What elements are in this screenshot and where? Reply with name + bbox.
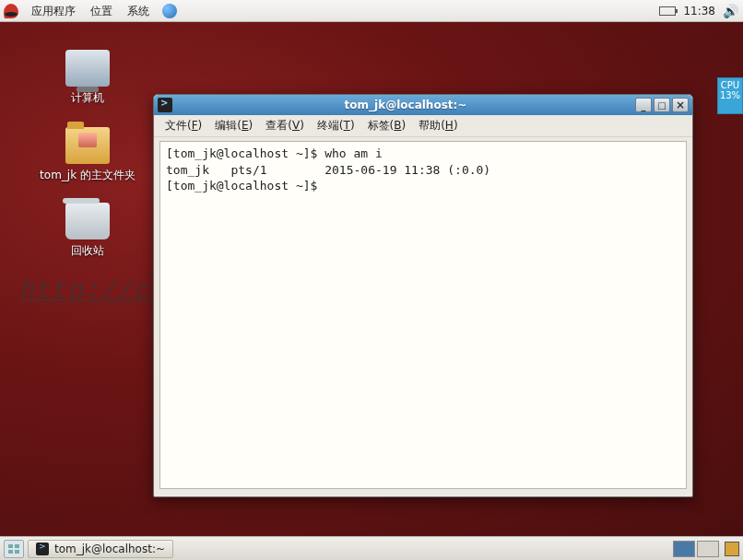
terminal-output[interactable]: [tom_jk@localhost ~]$ who am i tom_jk pt… — [159, 141, 687, 489]
window-titlebar[interactable]: tom_jk@localhost:~ _ □ × — [154, 95, 692, 115]
menu-edit[interactable]: 编辑(E) — [209, 116, 258, 135]
desktop-icon-home[interactable]: tom_jk 的主文件夹 — [37, 127, 138, 183]
top-panel: 应用程序 位置 系统 11:38 🔊 — [0, 0, 743, 22]
cpu-label: CPU — [718, 80, 742, 90]
computer-icon — [65, 50, 110, 87]
clock[interactable]: 11:38 — [683, 5, 715, 18]
system-tray: 11:38 🔊 — [659, 4, 743, 18]
distro-logo-icon[interactable] — [4, 4, 18, 18]
desktop-icon-label: 计算机 — [37, 90, 138, 106]
workspace-pager — [673, 541, 719, 557]
desktop-icon-computer[interactable]: 计算机 — [37, 50, 138, 106]
svg-rect-1 — [15, 544, 19, 548]
menu-applications[interactable]: 应用程序 — [24, 0, 83, 22]
bottom-panel: tom_jk@localhost:~ — [0, 536, 743, 560]
terminal-window: tom_jk@localhost:~ _ □ × 文件(F) 编辑(E) 查看(… — [153, 94, 693, 497]
terminal-line: [tom_jk@localhost ~]$ — [166, 179, 324, 192]
window-title: tom_jk@localhost:~ — [178, 99, 633, 111]
desktop-icon-trash[interactable]: 回收站 — [37, 203, 138, 259]
close-button[interactable]: × — [672, 98, 689, 112]
menu-tabs[interactable]: 标签(B) — [362, 116, 412, 135]
menu-terminal[interactable]: 终端(T) — [312, 116, 360, 135]
cpu-value: 13% — [718, 90, 742, 100]
svg-rect-0 — [8, 544, 13, 548]
taskbar-item-terminal[interactable]: tom_jk@localhost:~ — [28, 540, 173, 558]
svg-rect-2 — [8, 550, 13, 554]
home-folder-icon — [65, 127, 110, 164]
browser-launcher-icon[interactable] — [162, 4, 177, 18]
menu-places[interactable]: 位置 — [83, 0, 120, 22]
desktop[interactable]: 计算机 tom_jk 的主文件夹 回收站 http://chinak.blog.… — [0, 22, 743, 536]
menu-system[interactable]: 系统 — [120, 0, 157, 22]
workspace-2[interactable] — [697, 541, 719, 557]
trash-applet-icon[interactable] — [725, 542, 739, 556]
trash-icon — [65, 203, 110, 239]
menu-view[interactable]: 查看(V) — [260, 116, 310, 135]
terminal-icon — [36, 542, 49, 555]
menu-file[interactable]: 文件(F) — [159, 116, 207, 135]
battery-icon[interactable] — [659, 6, 676, 16]
minimize-button[interactable]: _ — [635, 98, 652, 112]
terminal-menubar: 文件(F) 编辑(E) 查看(V) 终端(T) 标签(B) 帮助(H) — [154, 115, 692, 137]
maximize-button[interactable]: □ — [654, 98, 670, 112]
menu-help[interactable]: 帮助(H) — [413, 116, 463, 135]
cpu-monitor-widget[interactable]: CPU 13% — [717, 77, 743, 114]
terminal-icon — [158, 98, 172, 112]
show-desktop-button[interactable] — [4, 540, 24, 558]
desktop-icon-label: 回收站 — [37, 243, 138, 259]
terminal-line: tom_jk pts/1 2015-06-19 11:38 (:0.0) — [166, 163, 490, 177]
svg-rect-3 — [15, 550, 19, 554]
taskbar-item-label: tom_jk@localhost:~ — [54, 542, 165, 555]
workspace-1[interactable] — [673, 541, 695, 557]
terminal-line: [tom_jk@localhost ~]$ who am i — [166, 146, 383, 160]
desktop-icon-label: tom_jk 的主文件夹 — [37, 168, 138, 183]
show-desktop-icon — [7, 543, 20, 554]
volume-icon[interactable]: 🔊 — [723, 4, 736, 18]
